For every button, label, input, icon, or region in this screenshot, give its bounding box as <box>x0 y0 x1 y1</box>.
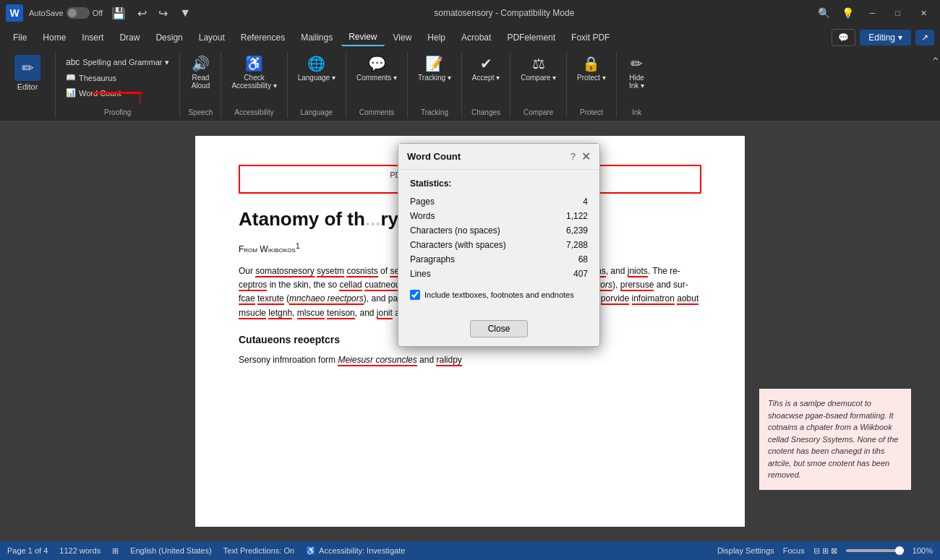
compare-button[interactable]: ⚖ Compare ▾ <box>516 52 560 85</box>
menu-insert[interactable]: Insert <box>74 30 111 46</box>
text-predictions-status: Text Predictions: On <box>223 546 294 555</box>
minimize-button[interactable]: ─ <box>863 6 883 20</box>
autosave-toggle[interactable] <box>67 7 90 19</box>
read-aloud-icon: 🔊 <box>192 55 210 72</box>
menu-review[interactable]: Review <box>341 29 384 46</box>
ribbon-group-compare: ⚖ Compare ▾ Compare <box>510 52 567 118</box>
protect-icon: 🔒 <box>582 55 600 72</box>
thesaurus-button[interactable]: 📖 Thesaurus <box>61 71 174 85</box>
menu-foxit[interactable]: Foxit PDF <box>564 30 617 46</box>
check-accessibility-button[interactable]: ♿ CheckAccessibility ▾ <box>227 52 281 92</box>
editing-button[interactable]: Editing ▾ <box>860 30 911 46</box>
protect-label: Protect ▾ <box>577 74 605 82</box>
menu-file[interactable]: File <box>6 30 34 46</box>
page-info: Page 1 of 4 <box>7 546 48 555</box>
menu-draw[interactable]: Draw <box>112 30 147 46</box>
lightbulb-icon[interactable]: 💡 <box>839 4 857 22</box>
protect-button[interactable]: 🔒 Protect ▾ <box>573 52 610 85</box>
zoom-slider[interactable] <box>846 549 904 552</box>
editor-icon: ✏ <box>14 55 40 81</box>
stats-row-chars-with-spaces: Characters (with spaces) 7,288 <box>410 238 588 252</box>
status-icon: ⊞ <box>112 546 119 556</box>
ribbon-group-language: 🌐 Language ▾ Language <box>288 52 346 118</box>
autosave-state: Off <box>93 9 103 17</box>
word-count-button[interactable]: 📊 Word Count <box>61 86 174 100</box>
editing-label: Editing <box>868 33 895 43</box>
speech-group-label: Speech <box>188 107 213 118</box>
share-button[interactable]: ↗ <box>915 30 934 46</box>
proofing-column: abc Spelling and Grammar ▾ 📖 Thesaurus 📊… <box>61 52 174 100</box>
ribbon-group-ink: ✏ HideInk ▾ Ink <box>617 52 657 118</box>
comments-button[interactable]: 💬 <box>832 29 855 46</box>
menu-acrobat[interactable]: Acrobat <box>454 30 498 46</box>
close-dialog-button[interactable]: Close <box>470 320 529 337</box>
spelling-label: Spelling and Grammar <box>82 58 162 66</box>
ribbon-collapse-button[interactable]: ⌃ <box>931 55 940 69</box>
menu-pdfelement[interactable]: PDFelement <box>500 30 563 46</box>
menu-view[interactable]: View <box>386 30 419 46</box>
hide-ink-label: HideInk ▾ <box>629 74 644 90</box>
language-button[interactable]: 🌐 Language ▾ <box>294 52 340 85</box>
include-textboxes-checkbox[interactable] <box>410 290 420 300</box>
stats-label-chars-with-spaces: Characters (with spaces) <box>410 238 555 252</box>
ribbon-group-tracking: 📝 Tracking ▾ Tracking <box>408 52 462 118</box>
comments-group-label: Comments <box>359 107 394 118</box>
search-icon[interactable]: 🔍 <box>815 4 833 22</box>
changes-group-label: Changes <box>471 107 500 118</box>
spelling-grammar-button[interactable]: abc Spelling and Grammar ▾ <box>61 55 174 69</box>
stats-row-lines: Lines 407 <box>410 267 588 281</box>
check-accessibility-label: CheckAccessibility ▾ <box>231 74 276 90</box>
maximize-button[interactable]: □ <box>888 6 907 20</box>
ribbon-group-changes: ✔ Accept ▾ Changes <box>462 52 510 118</box>
stats-label-lines: Lines <box>410 267 555 281</box>
ribbon-group-proofing: ↑ abc Spelling and Grammar ▾ 📖 Thesaurus… <box>56 52 180 118</box>
side-note: Tihs is a samlpe dnemucot to shoacwse pg… <box>759 389 911 490</box>
ribbon: ✏ Editor ↑ abc Spelling and Grammar ▾ 📖 … <box>0 49 940 121</box>
stats-label-pages: Pages <box>410 194 555 209</box>
dialog-controls: ? ✕ <box>571 150 591 163</box>
stats-value-lines: 407 <box>555 267 588 281</box>
compare-label: Compare ▾ <box>521 74 556 82</box>
menu-design[interactable]: Design <box>148 30 189 46</box>
ribbon-group-accessibility: ♿ CheckAccessibility ▾ Accessibility <box>221 52 287 118</box>
language-label: Language ▾ <box>298 74 336 82</box>
word-count-label: Word Count <box>79 89 121 98</box>
menu-layout[interactable]: Layout <box>192 30 232 46</box>
read-aloud-button[interactable]: 🔊 ReadAloud <box>186 52 215 92</box>
accessibility-group-label: Accessibility <box>234 107 273 118</box>
tracking-button[interactable]: 📝 Tracking ▾ <box>414 52 456 85</box>
comments-ribbon-button[interactable]: 💬 Comments ▾ <box>352 52 401 85</box>
stats-value-paragraphs: 68 <box>555 252 588 267</box>
menu-mailings[interactable]: Mailings <box>294 30 340 46</box>
editor-items: ✏ Editor <box>9 52 46 118</box>
word-count-status: 1122 words <box>59 546 101 555</box>
compare-group-label: Compare <box>524 107 553 118</box>
save-button[interactable]: 💾 <box>108 5 129 22</box>
zoom-level: 100% <box>913 546 933 555</box>
accept-button[interactable]: ✔ Accept ▾ <box>468 52 504 85</box>
accept-label: Accept ▾ <box>472 74 500 82</box>
protect-group-label: Protect <box>580 107 603 118</box>
document-area[interactable]: PDFTron Trial Lic... bled characters. P.… <box>0 121 940 541</box>
checkbox-row: Include textboxes, footnotes and endnote… <box>410 290 588 300</box>
protect-items: 🔒 Protect ▾ <box>573 52 610 107</box>
stats-value-pages: 4 <box>555 194 588 209</box>
tracking-label: Tracking ▾ <box>418 74 451 82</box>
hide-ink-button[interactable]: ✏ HideInk ▾ <box>623 52 651 92</box>
dialog-footer: Close <box>398 314 599 346</box>
customize-btn[interactable]: ▼ <box>176 5 194 21</box>
undo-button[interactable]: ↩ <box>134 5 150 22</box>
document-title: somatosensory - Compatibility Mode <box>200 8 809 18</box>
spelling-dropdown[interactable]: ▾ <box>165 58 169 67</box>
menu-references[interactable]: References <box>234 30 292 46</box>
menu-home[interactable]: Home <box>35 30 73 46</box>
close-button[interactable]: ✕ <box>913 6 934 21</box>
redo-button[interactable]: ↪ <box>155 5 171 22</box>
dialog-help-button[interactable]: ? <box>571 151 576 162</box>
editor-button[interactable]: ✏ Editor <box>9 52 46 94</box>
autosave-label: AutoSave <box>29 9 64 17</box>
menu-help[interactable]: Help <box>420 30 453 46</box>
accessibility-icon: ♿ <box>306 546 316 556</box>
word-count-icon: 📊 <box>66 88 76 98</box>
dialog-close-button[interactable]: ✕ <box>581 150 591 163</box>
